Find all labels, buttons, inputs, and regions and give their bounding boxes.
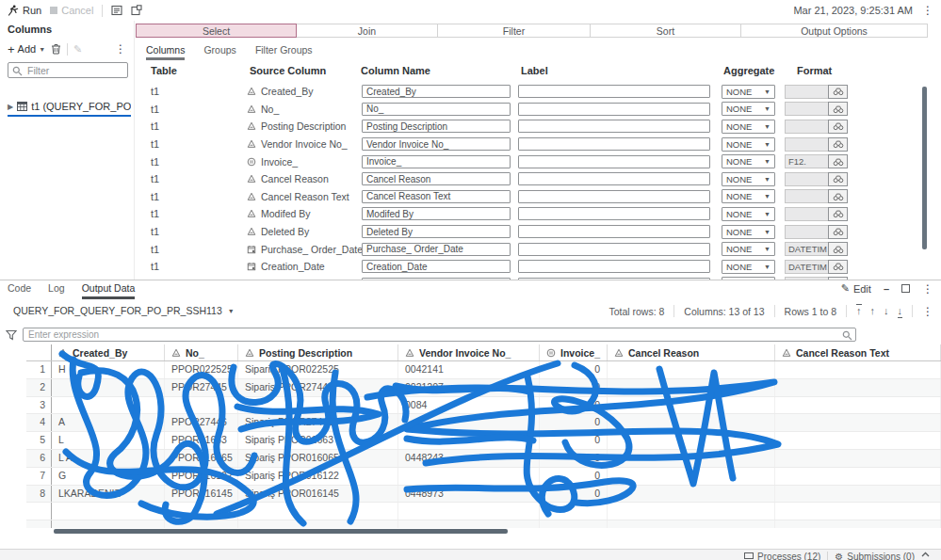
grid-cell[interactable] [775, 379, 941, 396]
grid-cell[interactable] [775, 486, 941, 503]
format-browse-button[interactable] [828, 189, 848, 203]
column-name-input[interactable] [362, 207, 511, 220]
edit-icon[interactable]: ✎ [73, 43, 82, 56]
aggregate-select[interactable]: NONE▼ [722, 225, 775, 239]
expand-caret-icon[interactable]: ▶ [8, 103, 13, 111]
column-name-input[interactable] [362, 120, 511, 133]
column-label-input[interactable] [518, 190, 710, 203]
grid-cell[interactable] [165, 397, 238, 414]
open-in-new-window-icon[interactable] [131, 5, 142, 16]
delete-icon[interactable] [51, 43, 61, 55]
grid-cell[interactable]: 0 [540, 414, 608, 431]
column-name-input[interactable] [362, 243, 511, 256]
grid-cell[interactable]: 0448243 [398, 450, 540, 467]
column-label-input[interactable] [518, 120, 710, 133]
format-browse-button[interactable] [828, 260, 848, 274]
column-label-input[interactable] [518, 225, 710, 238]
row-number-cell[interactable]: 3 [26, 397, 52, 414]
grid-cell[interactable]: 0084 [398, 397, 540, 414]
grid-cell[interactable]: 0 [540, 361, 608, 378]
column-name-input[interactable] [362, 137, 511, 151]
column-name-input[interactable] [362, 225, 511, 238]
aggregate-select[interactable]: NONE▼ [722, 154, 775, 168]
format-browse-button[interactable] [828, 207, 848, 221]
go-previous-icon[interactable]: ↑ [870, 306, 876, 316]
grid-cell[interactable] [608, 486, 775, 503]
minimize-icon[interactable]: – [884, 283, 889, 295]
grid-cell[interactable]: 0 [540, 432, 608, 449]
collapse-chevron-icon[interactable] [921, 552, 930, 558]
funnel-icon[interactable] [6, 329, 17, 341]
step-tab-sort[interactable]: Sort [590, 24, 741, 38]
format-browse-button[interactable] [828, 225, 848, 239]
grid-cell[interactable]: 0 [540, 486, 608, 503]
grid-column-header-vendor-invoice-no[interactable]: Vendor Invoice No_ [398, 344, 540, 360]
grid-cell[interactable]: Sipariş PPOR016145 [238, 486, 398, 503]
grid-cell[interactable]: PPOR01663 [165, 432, 238, 449]
submissions-status[interactable]: ⚙ Submissions (0) [835, 552, 915, 560]
tab-output-data[interactable]: Output Data [82, 282, 136, 299]
step-tab-select[interactable]: Select [136, 24, 297, 38]
grid-cell[interactable]: Sipariş PPOR27446 [238, 414, 398, 431]
tab-code[interactable]: Code [8, 282, 31, 299]
run-button[interactable]: Run [8, 5, 41, 16]
row-number-cell[interactable]: 7 [26, 468, 52, 485]
format-browse-button[interactable] [828, 102, 848, 116]
subtab-groups[interactable]: Groups [203, 44, 235, 60]
row-number-cell[interactable]: 5 [26, 432, 52, 449]
aggregate-select[interactable]: NONE▼ [722, 137, 775, 152]
grid-column-header-cancel-reason[interactable]: Cancel Reason [608, 344, 775, 360]
step-tab-filter[interactable]: Filter [437, 24, 591, 38]
cancel-button[interactable]: Cancel [50, 5, 93, 16]
grid-cell[interactable] [398, 468, 540, 485]
grid-cell[interactable] [775, 397, 941, 414]
grid-cell[interactable]: PPOR016065 [165, 450, 238, 467]
row-number-cell[interactable]: 4 [26, 414, 52, 431]
step-tab-join[interactable]: Join [296, 24, 438, 38]
grid-column-header-invoice[interactable]: Invoice_ [540, 344, 608, 360]
column-name-input[interactable] [362, 103, 511, 116]
grid-cell[interactable] [608, 361, 775, 378]
column-label-input[interactable] [518, 172, 710, 185]
grid-column-header-posting-description[interactable]: Posting Description [238, 344, 398, 360]
grid-cell[interactable]: PPOR27445 [165, 379, 238, 396]
processes-status[interactable]: Processes (12) [744, 552, 820, 560]
row-number-cell[interactable]: 8 [26, 486, 52, 503]
grid-cell[interactable]: 0042141 [398, 361, 540, 378]
grid-cell[interactable]: G [52, 468, 165, 485]
grid-cell[interactable] [775, 450, 941, 467]
subtab-columns[interactable]: Columns [146, 44, 185, 60]
aggregate-select[interactable]: NONE▼ [722, 172, 775, 186]
grid-column-header-cancel-reason-text[interactable]: Cancel Reason Text [775, 344, 941, 360]
column-name-input[interactable] [362, 190, 511, 203]
grid-cell[interactable]: 0 [540, 379, 608, 396]
grid-cell[interactable]: PPOR016122 [165, 468, 238, 485]
panel-more-options-icon[interactable]: ⋮ [115, 43, 126, 55]
column-label-input[interactable] [518, 103, 710, 116]
grid-cell[interactable]: 0021207 [398, 379, 540, 396]
add-column-button[interactable]: + Add ▼ [8, 43, 45, 56]
column-label-input[interactable] [518, 155, 710, 168]
column-name-input[interactable] [362, 85, 511, 98]
maximize-icon[interactable] [901, 284, 910, 293]
tree-item-t1[interactable]: ▶ t1 (QUERY_FOR_PO_PR_… [8, 101, 131, 117]
grid-column-header-no[interactable]: No_ [165, 344, 238, 360]
aggregate-select[interactable]: NONE▼ [722, 85, 775, 99]
grid-cell[interactable] [52, 397, 165, 414]
tab-log[interactable]: Log [48, 282, 65, 299]
aggregate-select[interactable]: NONE▼ [722, 242, 775, 256]
format-browse-button[interactable] [828, 120, 848, 134]
format-browse-button[interactable] [828, 242, 848, 256]
code-preview-icon[interactable] [111, 5, 122, 16]
grid-cell[interactable]: A [52, 414, 165, 431]
grid-cell[interactable] [238, 397, 398, 414]
column-name-input[interactable] [362, 172, 511, 185]
horizontal-scrollbar[interactable] [54, 529, 508, 534]
grid-cell[interactable] [775, 432, 941, 449]
grid-cell[interactable]: Sipariş PPOR016065 [238, 450, 398, 467]
grid-cell[interactable]: Sipariş PPOR016122 [238, 468, 398, 485]
column-name-input[interactable] [362, 260, 511, 273]
grid-cell[interactable]: Sipariş PPOR01663 [238, 432, 398, 449]
grid-cell[interactable]: Sipariş PPOR022525 [238, 361, 398, 378]
grid-cell[interactable] [608, 397, 775, 414]
